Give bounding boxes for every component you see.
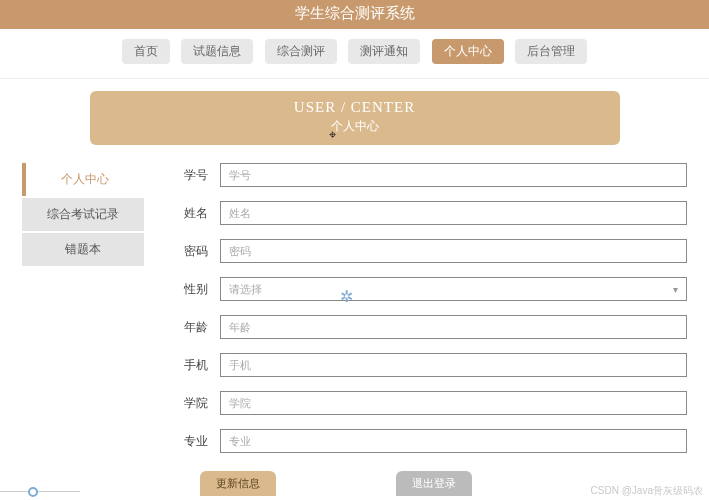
nav-notice[interactable]: 测评通知 bbox=[348, 39, 420, 64]
label-phone: 手机 bbox=[176, 357, 208, 374]
chevron-down-icon: ▾ bbox=[673, 284, 678, 295]
field-college: 学院 bbox=[176, 391, 687, 415]
label-college: 学院 bbox=[176, 395, 208, 412]
page-banner: USER / CENTER 个人中心 bbox=[90, 91, 620, 145]
input-name[interactable] bbox=[220, 201, 687, 225]
label-gender: 性别 bbox=[176, 281, 208, 298]
sidebar-item-personal[interactable]: 个人中心 bbox=[22, 163, 144, 196]
field-gender: 性别 请选择 ▾ bbox=[176, 277, 687, 301]
input-major[interactable] bbox=[220, 429, 687, 453]
label-age: 年龄 bbox=[176, 319, 208, 336]
sidebar-item-exam-records[interactable]: 综合考试记录 bbox=[22, 198, 144, 231]
main-nav: 首页 试题信息 综合测评 测评通知 个人中心 后台管理 bbox=[0, 29, 709, 79]
field-age: 年龄 bbox=[176, 315, 687, 339]
nav-home[interactable]: 首页 bbox=[122, 39, 170, 64]
field-phone: 手机 bbox=[176, 353, 687, 377]
nav-questions[interactable]: 试题信息 bbox=[181, 39, 253, 64]
banner-title-en: USER / CENTER bbox=[90, 99, 620, 116]
scroll-handle[interactable] bbox=[28, 487, 38, 497]
nav-admin[interactable]: 后台管理 bbox=[515, 39, 587, 64]
sidebar-item-wrong-questions[interactable]: 错题本 bbox=[22, 233, 144, 266]
input-age[interactable] bbox=[220, 315, 687, 339]
update-button[interactable]: 更新信息 bbox=[200, 471, 276, 496]
app-header: 学生综合测评系统 bbox=[0, 0, 709, 29]
label-name: 姓名 bbox=[176, 205, 208, 222]
field-password: 密码 bbox=[176, 239, 687, 263]
field-student-id: 学号 bbox=[176, 163, 687, 187]
profile-form: 学号 姓名 密码 性别 请选择 ▾ 年龄 手机 学院 bbox=[144, 163, 687, 467]
label-password: 密码 bbox=[176, 243, 208, 260]
content-area: 个人中心 综合考试记录 错题本 学号 姓名 密码 性别 请选择 ▾ 年龄 bbox=[0, 163, 709, 467]
banner-title-cn: 个人中心 bbox=[90, 118, 620, 135]
watermark: CSDN @Java骨灰级码农 bbox=[591, 484, 703, 498]
label-major: 专业 bbox=[176, 433, 208, 450]
input-phone[interactable] bbox=[220, 353, 687, 377]
cursor-icon: ⌖ bbox=[329, 127, 336, 143]
select-gender[interactable]: 请选择 ▾ bbox=[220, 277, 687, 301]
scroll-track bbox=[0, 491, 80, 492]
nav-evaluation[interactable]: 综合测评 bbox=[265, 39, 337, 64]
app-title: 学生综合测评系统 bbox=[295, 4, 415, 21]
nav-personal-center[interactable]: 个人中心 bbox=[432, 39, 504, 64]
select-gender-placeholder: 请选择 bbox=[229, 282, 262, 297]
loading-spinner-icon: ✲ bbox=[340, 287, 353, 306]
logout-button[interactable]: 退出登录 bbox=[396, 471, 472, 496]
input-password[interactable] bbox=[220, 239, 687, 263]
field-name: 姓名 bbox=[176, 201, 687, 225]
label-student-id: 学号 bbox=[176, 167, 208, 184]
field-major: 专业 bbox=[176, 429, 687, 453]
input-student-id[interactable] bbox=[220, 163, 687, 187]
input-college[interactable] bbox=[220, 391, 687, 415]
sidebar: 个人中心 综合考试记录 错题本 bbox=[22, 163, 144, 467]
